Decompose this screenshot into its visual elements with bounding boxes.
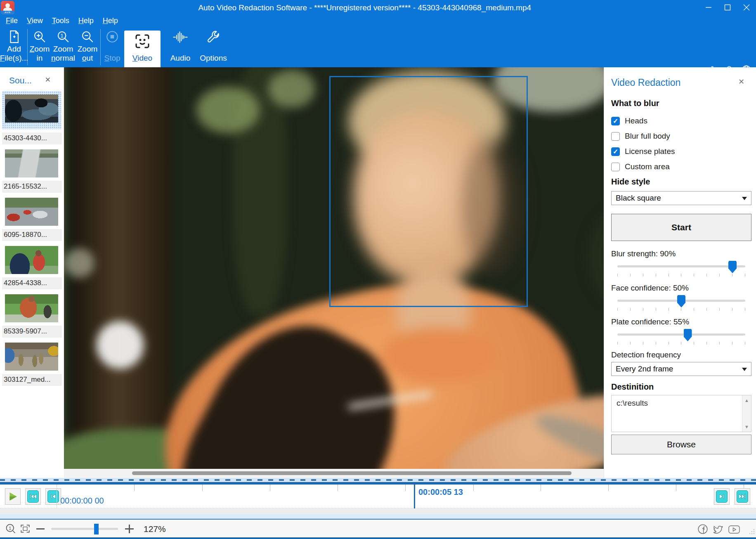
- source-item-6[interactable]: 303127_med...: [0, 343, 64, 386]
- plate-confidence-label: Plate confidence: 55%: [611, 317, 689, 326]
- step-forward-button[interactable]: [714, 488, 730, 505]
- zoom-slider-thumb[interactable]: [94, 524, 99, 534]
- blur-strength-slider-thumb[interactable]: [728, 261, 737, 273]
- source-thumbnail-4[interactable]: [5, 246, 58, 274]
- source-item-1[interactable]: 45303-4430...: [0, 91, 64, 144]
- zoom-in-icon: [33, 30, 47, 45]
- source-label-6: 303127_med...: [2, 374, 62, 386]
- play-button[interactable]: [5, 488, 21, 505]
- audio-waveform-icon: [173, 30, 188, 46]
- timeline-track-row-2[interactable]: [0, 514, 756, 520]
- zoom-out-button[interactable]: Zoom out: [77, 26, 98, 67]
- panel-close-icon[interactable]: ✕: [738, 78, 744, 85]
- scroll-down-icon[interactable]: ▼: [742, 424, 751, 429]
- destination-scrollbar[interactable]: ▲ ▼: [742, 395, 751, 432]
- sources-close-icon[interactable]: ✕: [45, 76, 51, 83]
- sources-panel-title: Sou...: [9, 76, 32, 85]
- step-forward-icon: [716, 490, 728, 503]
- zoom-normal-button[interactable]: 1 Zoom normal: [51, 26, 75, 67]
- timeline-track-row[interactable]: [0, 508, 756, 514]
- checkbox-heads[interactable]: Heads: [611, 116, 647, 126]
- hide-style-dropdown[interactable]: Black square: [611, 191, 751, 205]
- face-detection-box[interactable]: [329, 76, 528, 307]
- plate-confidence-slider-thumb[interactable]: [684, 329, 692, 341]
- zoom-reset-icon[interactable]: 1: [5, 523, 17, 536]
- source-item-2[interactable]: 2165-15532...: [0, 149, 64, 193]
- source-item-3[interactable]: 6095-18870...: [0, 198, 64, 241]
- source-item-5[interactable]: 85339-5907...: [0, 294, 64, 338]
- scroll-up-icon[interactable]: ▲: [742, 398, 751, 403]
- plate-confidence-slider[interactable]: [611, 331, 751, 348]
- source-label-5: 85339-5907...: [2, 326, 62, 338]
- minimize-button[interactable]: [699, 0, 718, 15]
- tab-options[interactable]: Options: [198, 26, 229, 67]
- checkbox-custom-area[interactable]: Custom area: [611, 162, 670, 172]
- resize-grip[interactable]: [749, 529, 755, 536]
- source-thumbnail-5[interactable]: [5, 294, 58, 322]
- source-thumbnail-6[interactable]: [5, 343, 58, 371]
- add-files-button[interactable]: Add File(s)...: [2, 26, 26, 67]
- menu-file[interactable]: File: [6, 17, 18, 25]
- video-preview[interactable]: [64, 67, 604, 478]
- license-plates-checkbox-icon[interactable]: [611, 147, 620, 156]
- menu-help-1[interactable]: Help: [78, 17, 94, 25]
- stop-icon: [105, 30, 119, 45]
- checkbox-license-plates[interactable]: License plates: [611, 147, 675, 156]
- source-thumbnail-2[interactable]: [5, 149, 58, 177]
- destination-field[interactable]: c:\results ▲ ▼: [611, 395, 751, 432]
- menu-bar: File View Tools Help Help: [0, 15, 756, 26]
- face-detect-icon: [134, 33, 151, 51]
- face-confidence-label: Face confidence: 50%: [611, 284, 689, 293]
- zoom-normal-icon: 1: [56, 30, 70, 45]
- current-time-label: 00:00:00 00: [60, 496, 104, 506]
- maximize-button[interactable]: [718, 0, 737, 15]
- timeline-selection-strip: [0, 478, 756, 482]
- wrench-icon: [206, 30, 221, 46]
- source-label-2: 2165-15532...: [2, 181, 62, 193]
- fit-to-screen-icon[interactable]: [20, 523, 31, 536]
- hide-style-heading: Hide style: [611, 177, 650, 187]
- jump-to-start-button[interactable]: [25, 488, 41, 505]
- zoom-in-button[interactable]: Zoom in: [29, 26, 50, 67]
- menu-view[interactable]: View: [27, 17, 43, 25]
- chevron-down-icon: [742, 197, 747, 200]
- sources-panel: Sou... ✕ 45303-4430... 2165-15532... 609…: [0, 67, 64, 479]
- timeline-ruler[interactable]: 00:00:00 00 00:00:05 13: [0, 485, 756, 508]
- blur-strength-label: Blur strength: 90%: [611, 249, 676, 258]
- detection-frequency-dropdown[interactable]: Every 2nd frame: [611, 362, 751, 376]
- step-backward-icon: [47, 490, 59, 503]
- facebook-icon[interactable]: [697, 524, 708, 536]
- close-button[interactable]: [737, 0, 756, 15]
- menu-help-2[interactable]: Help: [103, 17, 118, 25]
- playhead-time-label: 00:00:05 13: [418, 487, 463, 497]
- tab-video[interactable]: Video: [124, 31, 161, 67]
- app-icon: AVR: [1, 1, 14, 14]
- twitter-icon[interactable]: [712, 524, 724, 537]
- menu-tools[interactable]: Tools: [52, 17, 69, 25]
- zoom-out-status-button[interactable]: [36, 528, 45, 530]
- skip-forward-icon: [737, 490, 748, 503]
- heads-checkbox-icon[interactable]: [611, 117, 620, 125]
- start-button[interactable]: Start: [611, 214, 751, 241]
- source-thumbnail-1[interactable]: [5, 95, 58, 123]
- face-confidence-slider-thumb[interactable]: [677, 295, 685, 307]
- source-label-1: 45303-4430...: [2, 132, 62, 144]
- blur-full-body-checkbox-icon[interactable]: [611, 132, 620, 141]
- horizontal-scrollbar-thumb[interactable]: [132, 471, 572, 475]
- blur-strength-slider[interactable]: [611, 263, 751, 279]
- app-window: AVR Auto Video Redaction Software - ****…: [0, 0, 756, 539]
- source-label-3: 6095-18870...: [2, 229, 62, 241]
- browse-button[interactable]: Browse: [611, 435, 751, 454]
- face-confidence-slider[interactable]: [611, 297, 751, 314]
- custom-area-checkbox-icon[interactable]: [611, 163, 620, 171]
- jump-to-end-button[interactable]: [735, 488, 750, 505]
- youtube-icon[interactable]: [728, 525, 740, 536]
- panel-title: Video Redaction: [611, 77, 680, 88]
- zoom-slider[interactable]: [51, 528, 118, 530]
- tab-audio[interactable]: Audio: [167, 26, 194, 67]
- source-item-4[interactable]: 42854-4338...: [0, 246, 64, 289]
- step-backward-button[interactable]: [45, 488, 61, 505]
- checkbox-blur-full-body[interactable]: Blur full body: [611, 131, 670, 141]
- horizontal-scrollbar[interactable]: [64, 469, 604, 478]
- source-thumbnail-3[interactable]: [5, 198, 58, 226]
